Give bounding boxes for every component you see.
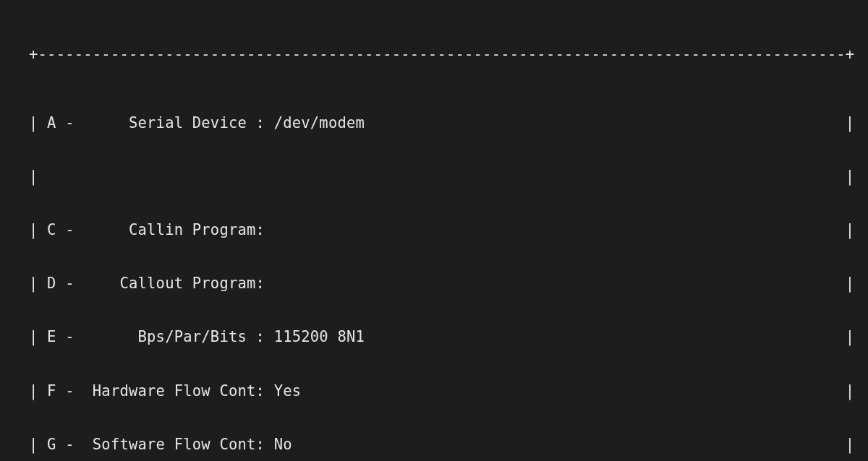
- menu-item-callout-program[interactable]: | D - Callout Program: |: [29, 272, 839, 296]
- menu-item-hardware-flow-control[interactable]: | F - Hardware Flow Cont: Yes |: [29, 379, 839, 403]
- frame-top: +---------------------------------------…: [29, 43, 839, 66]
- menu-item-software-flow-control[interactable]: | G - Software Flow Cont: No |: [29, 433, 839, 457]
- menu-item-bps-par-bits[interactable]: | E - Bps/Par/Bits : 115200 8N1 |: [29, 325, 839, 349]
- menu-item-callin-program[interactable]: | C - Callin Program: |: [29, 218, 839, 242]
- serial-port-setup-dialog[interactable]: +---------------------------------------…: [0, 0, 868, 461]
- frame-blank: | |: [29, 165, 839, 189]
- menu-item-serial-device[interactable]: | A - Serial Device : /dev/modem |: [29, 111, 839, 135]
